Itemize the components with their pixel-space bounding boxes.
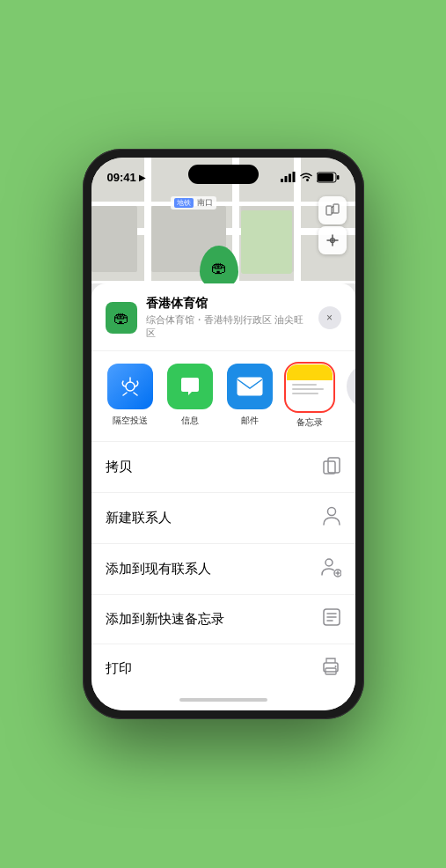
- copy-icon: [322, 454, 341, 480]
- svg-rect-14: [324, 461, 335, 474]
- svg-point-16: [325, 559, 333, 566]
- sheet-header: 🏟 香港体育馆 综合体育馆・香港特别行政区 油尖旺区 ×: [91, 283, 355, 351]
- person-add-icon: [320, 556, 341, 582]
- svg-point-15: [327, 508, 335, 516]
- svg-rect-7: [326, 206, 332, 215]
- pin-stadium-icon: 🏟: [211, 259, 227, 277]
- battery-icon: [317, 172, 340, 183]
- action-row-quick-note[interactable]: 添加到新快速备忘录: [91, 595, 355, 644]
- action-row-print[interactable]: 打印: [91, 644, 355, 693]
- phone-screen: 09:41 ▶: [91, 158, 355, 710]
- notes-highlight: [286, 364, 333, 411]
- svg-rect-13: [328, 458, 340, 473]
- status-time: 09:41: [107, 171, 136, 184]
- location-button[interactable]: [318, 226, 347, 254]
- airdrop-icon: [107, 364, 153, 409]
- venue-stadium-icon: 🏟: [113, 309, 129, 327]
- person-icon: [322, 505, 341, 531]
- share-item-more[interactable]: 推: [345, 364, 355, 429]
- share-item-mail[interactable]: 邮件: [225, 364, 274, 429]
- svg-rect-0: [281, 179, 283, 182]
- share-item-notes[interactable]: 备忘录: [285, 364, 334, 429]
- print-label: 打印: [106, 660, 132, 677]
- copy-label: 拷贝: [106, 459, 132, 475]
- messages-icon: [167, 364, 213, 409]
- wifi-icon: [299, 172, 313, 182]
- svg-rect-2: [289, 174, 291, 183]
- pin-icon: 🏟: [200, 246, 238, 283]
- mail-label: 邮件: [241, 415, 259, 427]
- map-type-button[interactable]: [318, 196, 347, 224]
- share-row: 隔空投送 信息: [91, 351, 355, 442]
- phone-shell: 09:41 ▶: [83, 149, 364, 719]
- note-icon: [322, 607, 341, 631]
- new-contact-label: 新建联系人: [106, 510, 172, 526]
- mail-icon: [227, 364, 273, 409]
- quick-note-label: 添加到新快速备忘录: [106, 611, 224, 628]
- more-icon: [347, 364, 355, 409]
- notes-icon: [287, 364, 333, 410]
- location-pin: 🏟 香港体育馆: [200, 246, 239, 283]
- status-icons: [281, 172, 340, 183]
- venue-name: 香港体育馆: [146, 296, 310, 312]
- svg-point-21: [334, 666, 336, 667]
- action-row-add-existing[interactable]: 添加到现有联系人: [91, 544, 355, 595]
- share-item-messages[interactable]: 信息: [165, 364, 215, 429]
- messages-label: 信息: [181, 415, 199, 427]
- home-indicator: [91, 693, 355, 710]
- venue-icon: 🏟: [106, 302, 137, 334]
- svg-rect-3: [292, 172, 295, 182]
- close-button[interactable]: ×: [318, 306, 341, 329]
- venue-info: 香港体育馆 综合体育馆・香港特别行政区 油尖旺区: [146, 296, 310, 340]
- dynamic-island: [188, 165, 259, 184]
- svg-point-10: [126, 382, 135, 391]
- action-row-new-contact[interactable]: 新建联系人: [91, 493, 355, 544]
- svg-rect-6: [337, 175, 340, 180]
- venue-description: 综合体育馆・香港特别行政区 油尖旺区: [146, 313, 310, 340]
- share-item-airdrop[interactable]: 隔空投送: [106, 364, 155, 429]
- notes-label: 备忘录: [296, 416, 323, 429]
- add-existing-label: 添加到现有联系人: [106, 561, 211, 577]
- print-icon: [320, 657, 341, 680]
- svg-rect-1: [284, 176, 287, 182]
- location-arrow-icon: ▶: [139, 173, 146, 182]
- airdrop-label: 隔空投送: [113, 415, 148, 427]
- south-entrance-label: 地铁 南口: [171, 196, 217, 210]
- map-controls: [318, 196, 347, 254]
- bottom-sheet: 🏟 香港体育馆 综合体育馆・香港特别行政区 油尖旺区 ×: [91, 283, 355, 710]
- svg-rect-8: [333, 204, 339, 213]
- svg-rect-5: [318, 173, 333, 181]
- svg-rect-11: [238, 378, 262, 395]
- signal-icon: [281, 172, 296, 182]
- action-row-copy[interactable]: 拷贝: [91, 442, 355, 493]
